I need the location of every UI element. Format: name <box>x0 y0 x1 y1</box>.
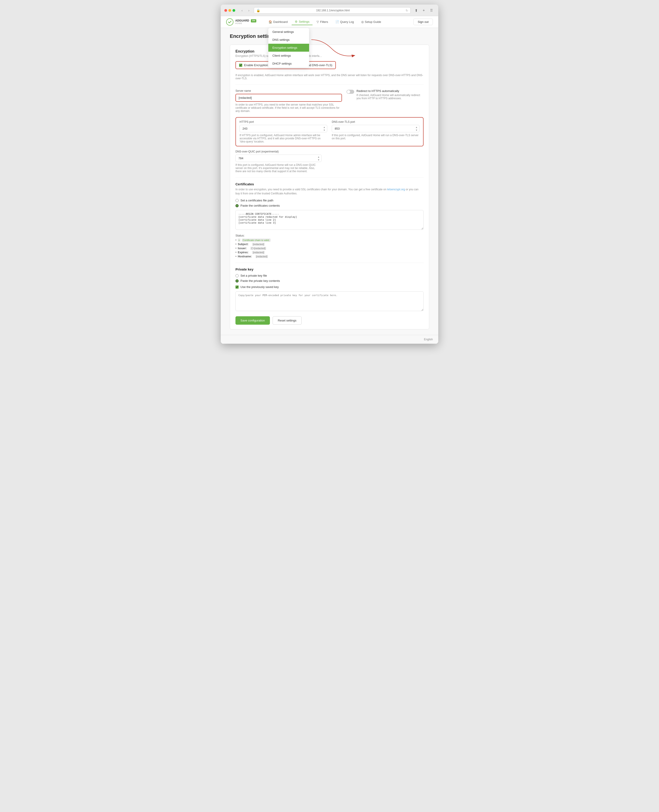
doq-port-hint: If this port is configured, AdGuard Home… <box>235 164 322 173</box>
server-name-label: Server name <box>235 89 342 93</box>
status-issuer: Issuer: C=[redacted] <box>235 247 424 250</box>
letsencrypt-link[interactable]: letsencrypt.org <box>387 188 405 191</box>
sign-out-button[interactable]: Sign out <box>413 19 433 25</box>
cert-file-radio[interactable] <box>235 199 239 202</box>
status-subject: Subject: [redacted] <box>235 242 424 246</box>
close-button[interactable] <box>224 9 227 12</box>
private-key-title: Private key <box>235 268 424 271</box>
server-name-hint: In order to use HTTPS, you need to enter… <box>235 103 342 113</box>
browser-actions: ⬆ + ⠿ <box>413 7 435 14</box>
extensions-button[interactable]: ⠿ <box>428 7 435 14</box>
status-list: • Certificate chain is valid. Subject: [… <box>235 239 424 258</box>
issuer-value: C=[redacted] <box>250 247 266 250</box>
use-saved-key-checkbox[interactable] <box>235 285 239 289</box>
logo: ADGUARD ON HOME <box>226 18 256 25</box>
cert-paste-radio[interactable] <box>235 204 239 207</box>
redirect-group: Redirect to HTTPS automatically If check… <box>347 89 424 113</box>
logo-sub: HOME <box>235 22 256 25</box>
dot-port-group: DNS-over-TLS port 853 ▲▼ If this port is… <box>332 120 419 143</box>
nav-dashboard[interactable]: 🏠 Dashboard <box>265 19 291 25</box>
server-name-input[interactable] <box>236 94 342 101</box>
nav-settings[interactable]: ⚙ Settings <box>292 19 312 25</box>
redirect-toggle[interactable] <box>347 90 354 94</box>
forward-button[interactable]: › <box>246 8 252 13</box>
use-saved-key-label[interactable]: Use the previously saved key <box>235 285 424 289</box>
ports-section: HTTPS port 243 ▲▼ If HTTPS port is confi… <box>235 117 424 146</box>
https-port-label: HTTPS port <box>240 120 327 123</box>
key-file-radio-label[interactable]: Set a private key file <box>235 274 424 277</box>
app-nav: ADGUARD ON HOME 🏠 Dashboard ⚙ Settings ▽ <box>221 16 438 28</box>
minimize-button[interactable] <box>229 9 231 12</box>
buttons-row: Save configuration Reset settings <box>235 316 424 325</box>
status-expires: Expires: [redacted] <box>235 251 424 254</box>
encryption-section-title: Encryption <box>235 49 424 54</box>
nav-query-log[interactable]: 📄 Query Log <box>332 19 357 25</box>
doq-port-label: DNS-over-QUIC port (experimental) <box>235 150 322 153</box>
https-port-wrap: 243 ▲▼ <box>240 125 327 132</box>
https-port-input[interactable]: 243 <box>240 125 327 132</box>
dot-port-hint: If this port is configured, AdGuard Home… <box>332 134 419 140</box>
private-key-textarea[interactable] <box>235 291 424 311</box>
dot-port-label: DNS-over-TLS port <box>332 120 419 123</box>
save-button[interactable]: Save configuration <box>235 316 270 325</box>
dropdown-client[interactable]: Client settings <box>268 52 309 60</box>
fullscreen-button[interactable] <box>232 9 235 12</box>
cert-file-radio-label[interactable]: Set a certificates file path <box>235 199 424 202</box>
svg-point-0 <box>226 19 233 25</box>
doq-group: DNS-over-QUIC port (experimental) 784 ▲▼… <box>235 150 322 173</box>
nav-links: 🏠 Dashboard ⚙ Settings ▽ Filters 📄 Query… <box>265 19 413 25</box>
reload-icon[interactable]: ↻ <box>406 9 408 12</box>
filter-icon: ▽ <box>317 20 319 24</box>
redirect-label: Redirect to HTTPS automatically <box>356 89 424 93</box>
dot-port-input[interactable]: 853 <box>332 125 419 132</box>
dropdown-encryption[interactable]: Encryption settings <box>268 44 309 52</box>
hostname-value: [redacted] <box>255 255 268 258</box>
certs-title: Certificates <box>235 182 424 186</box>
key-file-radio[interactable] <box>235 274 239 277</box>
toggle-knob <box>347 90 350 93</box>
dot-port-arrows[interactable]: ▲▼ <box>415 126 418 131</box>
language-selector[interactable]: English <box>424 338 433 341</box>
encryption-section-subtitle: Encryption (HTTPS/TLS) support for both … <box>235 54 424 58</box>
doq-port-arrows[interactable]: ▲▼ <box>317 156 320 161</box>
enable-hint: If encryption is enabled, AdGuard Home a… <box>235 74 424 80</box>
dropdown-dhcp[interactable]: DHCP settings <box>268 60 309 68</box>
dropdown-dns[interactable]: DNS settings <box>268 36 309 44</box>
subject-value: [redacted] <box>252 242 265 246</box>
home-icon: 🏠 <box>268 20 272 24</box>
dropdown-general[interactable]: General settings <box>268 28 309 36</box>
share-button[interactable]: ⬆ <box>413 7 419 14</box>
https-port-hint: If HTTPS port is configured, AdGuard Hom… <box>240 134 327 143</box>
nav-filters[interactable]: ▽ Filters <box>314 19 331 25</box>
lock-icon: 🔒 <box>256 9 260 12</box>
key-paste-radio-label[interactable]: Paste the private key contents <box>235 279 424 283</box>
new-tab-button[interactable]: + <box>421 7 427 14</box>
ports-row: HTTPS port 243 ▲▼ If HTTPS port is confi… <box>240 120 419 143</box>
nav-setup-guide[interactable]: ◎ Setup Guide <box>358 19 384 25</box>
status-valid-item: • Certificate chain is valid. <box>235 239 424 242</box>
key-paste-radio[interactable] <box>235 279 239 283</box>
cert-paste-radio-label[interactable]: Paste the certificates contents <box>235 204 424 207</box>
address-bar[interactable]: 🔒 192.168.1.1/encryption.html ↻ <box>254 7 411 14</box>
list-icon: 📄 <box>336 20 339 24</box>
cert-radio-group: Set a certificates file path Paste the c… <box>235 199 424 207</box>
https-port-arrows[interactable]: ▲▼ <box>323 126 325 131</box>
reset-button[interactable]: Reset settings <box>273 316 302 325</box>
logo-name: ADGUARD <box>235 19 249 22</box>
doq-port-wrap: 784 ▲▼ <box>235 154 322 162</box>
status-label: Status: <box>235 234 244 237</box>
back-button[interactable]: ‹ <box>239 8 245 13</box>
status-badge: ON <box>251 19 256 22</box>
settings-icon: ⚙ <box>295 20 298 24</box>
traffic-lights <box>224 9 235 12</box>
redirect-row: Redirect to HTTPS automatically If check… <box>347 89 424 100</box>
redirect-hint: If checked, AdGuard Home will automatica… <box>356 94 424 100</box>
doq-port-input[interactable]: 784 <box>235 154 322 162</box>
expires-value: [redacted] <box>252 251 265 254</box>
settings-card: Encryption Encryption (HTTPS/TLS) suppor… <box>230 45 429 329</box>
status-hostname: Hostname: [redacted] <box>235 255 424 258</box>
enable-encryption-checkbox[interactable] <box>239 64 242 67</box>
browser-nav: ‹ › <box>239 8 252 13</box>
cert-textarea[interactable]: -----BEGIN CERTIFICATE----- [certificate… <box>235 210 424 230</box>
server-name-group: Server name In order to use HTTPS, you n… <box>235 89 342 113</box>
